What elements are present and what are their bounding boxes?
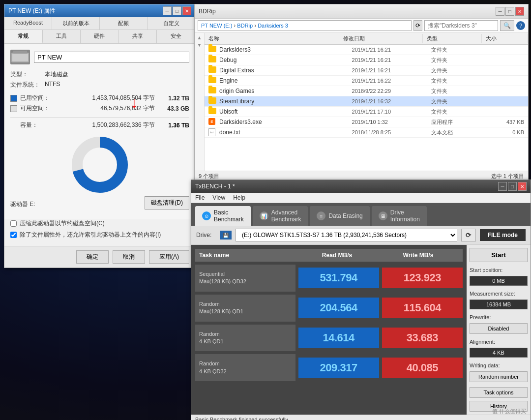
tab-general[interactable]: 常规: [4, 30, 43, 43]
fs-value: NTFS: [45, 81, 60, 89]
disk-clean-button[interactable]: 磁盘清理(D): [145, 196, 189, 210]
menu-help[interactable]: Help: [233, 194, 245, 201]
tab-drive-information[interactable]: 🖥 DriveInformation: [372, 206, 427, 226]
tab-hardware[interactable]: 硬件: [81, 30, 119, 43]
tab-customize[interactable]: 自定义: [148, 17, 195, 30]
address-refresh-btn[interactable]: ⟳: [413, 20, 422, 31]
file-name: done.txt: [219, 129, 352, 136]
drive-letter-label: 驱动器 E:: [10, 200, 35, 209]
measurement-label: Measurement size:: [470, 291, 528, 297]
drive-icon-row: [10, 50, 189, 64]
maximize-button[interactable]: □: [173, 6, 181, 15]
minimize-button[interactable]: ─: [163, 6, 172, 15]
task-options-button[interactable]: Task options: [470, 387, 528, 398]
txbench-close[interactable]: ✕: [518, 182, 527, 191]
capacity-row: 容量： 1,500,283,662,336 字节 1.36 TB: [10, 121, 189, 129]
folder-icon: [208, 108, 216, 116]
bench-read-random-128: 204.564: [298, 298, 379, 318]
col-type[interactable]: 类型: [423, 34, 482, 43]
space-info: 已用空间： 1,453,704,085,504 字节 1.32 TB 可用空间：…: [10, 94, 189, 113]
basic-bench-icon: ⊙: [202, 211, 211, 220]
file-type: 文件夹: [431, 108, 484, 116]
menu-file[interactable]: File: [195, 194, 205, 201]
file-row[interactable]: origin Games 2018/9/22 22:29 文件夹: [205, 86, 528, 96]
writing-data-button[interactable]: Random number: [470, 371, 528, 382]
prewrite-button[interactable]: Disabled: [470, 323, 528, 334]
tab-tools[interactable]: 工具: [43, 30, 81, 43]
help-button[interactable]: ?: [516, 21, 525, 30]
bench-write-random-128: 115.604: [382, 298, 463, 318]
col-size[interactable]: 大小: [482, 34, 528, 43]
apply-button[interactable]: 应用(A): [149, 250, 189, 264]
tab-basic-benchmark[interactable]: ⊙ BasicBenchmark: [195, 206, 251, 226]
svg-rect-2: [13, 51, 27, 54]
breadcrumb-darksiders: Darksiders 3: [258, 23, 288, 29]
ok-button[interactable]: 确定: [76, 250, 109, 264]
tab-erasing-label: Data Erasing: [328, 212, 362, 219]
folder-icon: [208, 87, 216, 95]
file-row[interactable]: Digital Extras 2019/1/21 16:21 文件夹: [205, 65, 528, 76]
search-button[interactable]: 🔍: [500, 20, 514, 31]
search-input[interactable]: [424, 20, 498, 31]
tab-previous-versions[interactable]: 以前的版本: [52, 17, 100, 30]
file-row-selected[interactable]: SteamLibrary 2019/1/21 16:32 文件夹: [205, 96, 528, 107]
cancel-button[interactable]: 取消: [113, 250, 145, 264]
file-date: 2019/1/21 16:21: [352, 47, 432, 53]
type-value: 本地磁盘: [45, 70, 68, 79]
file-date: 2019/1/21 16:32: [352, 98, 432, 104]
scroll-down-btn[interactable]: ▼: [197, 42, 202, 48]
txbench-maximize[interactable]: □: [508, 182, 517, 191]
advanced-bench-icon: 📊: [260, 211, 268, 220]
free-bytes: 46,579,576,832 字节: [86, 104, 155, 113]
drive-icon: [10, 50, 30, 64]
file-row[interactable]: Debug 2019/1/21 16:21 文件夹: [205, 55, 528, 65]
tab-security[interactable]: 安全: [157, 30, 195, 43]
used-bytes: 1,453,704,085,504 字节: [86, 94, 155, 102]
file-row[interactable]: txt done.txt 2018/11/28 8:25 文本文档 0 KB: [205, 127, 528, 138]
alignment-label: Alignment:: [470, 339, 528, 345]
file-row[interactable]: E Darksiders3.exe 2019/1/10 1:32 应用程序 43…: [205, 117, 528, 127]
start-position-value: 0 MB: [470, 276, 528, 286]
bench-table-header: Task name Read MB/s Write MB/s: [195, 249, 463, 262]
file-row[interactable]: Engine 2019/1/21 16:22 文件夹: [205, 76, 528, 86]
measurement-value: 16384 MB: [470, 300, 528, 309]
explorer-close[interactable]: ✕: [515, 7, 524, 16]
txbench-menu: File View Help: [191, 193, 531, 203]
folder-icon: [208, 66, 216, 74]
tab-sharing[interactable]: 共享: [119, 30, 157, 43]
tab-quota[interactable]: 配额: [100, 17, 148, 30]
file-name: Ubisoft: [219, 108, 352, 115]
address-bar[interactable]: PT NEW (E:) › BDRip › Darksiders 3: [198, 20, 412, 31]
bench-read-4k-qd32: 209.317: [298, 358, 379, 378]
col-date[interactable]: 修改日期: [339, 34, 423, 43]
drive-refresh-button[interactable]: ⟳: [461, 229, 476, 241]
start-button[interactable]: Start: [470, 248, 528, 262]
txbench-status-bar: Basic Benchmark finished successfully.: [191, 415, 531, 420]
tab-data-erasing[interactable]: ≡ Data Erasing: [310, 206, 369, 226]
file-row[interactable]: Darksiders3 2019/1/21 16:21 文件夹: [205, 45, 528, 55]
close-button[interactable]: ✕: [182, 6, 191, 15]
prewrite-label: Prewrite:: [470, 314, 528, 320]
tab-readyboost[interactable]: ReadyBoost: [4, 17, 52, 30]
folder-icon: [208, 77, 216, 85]
file-mode-button[interactable]: FILE mode: [480, 229, 526, 241]
scroll-up-btn[interactable]: ▲: [197, 35, 202, 40]
file-row[interactable]: Ubisoft 2019/1/21 17:10 文件夹: [205, 107, 528, 117]
drive-select[interactable]: (E:) GLOWAY STK1.5TS3-S7 1.36 TB (2,930,…: [236, 229, 457, 241]
txbench-minimize[interactable]: ─: [498, 182, 507, 191]
index-checkbox[interactable]: [10, 232, 17, 238]
explorer-maximize[interactable]: □: [505, 7, 514, 16]
col-name[interactable]: 名称: [205, 34, 339, 43]
drive-name-input[interactable]: [34, 52, 189, 63]
exe-icon: E: [208, 118, 216, 126]
folder-icon: [208, 46, 216, 54]
item-count: 9 个项目: [199, 173, 219, 180]
explorer-minimize[interactable]: ─: [496, 7, 504, 16]
menu-view[interactable]: View: [212, 194, 225, 201]
compress-checkbox[interactable]: [10, 220, 17, 227]
folder-icon: [208, 97, 216, 105]
tab-advanced-benchmark[interactable]: 📊 AdvancedBenchmark: [253, 206, 308, 226]
alignment-value: 4 KB: [470, 348, 528, 358]
status-text: Basic Benchmark finished successfully.: [195, 417, 289, 420]
svg-rect-1: [12, 54, 28, 61]
